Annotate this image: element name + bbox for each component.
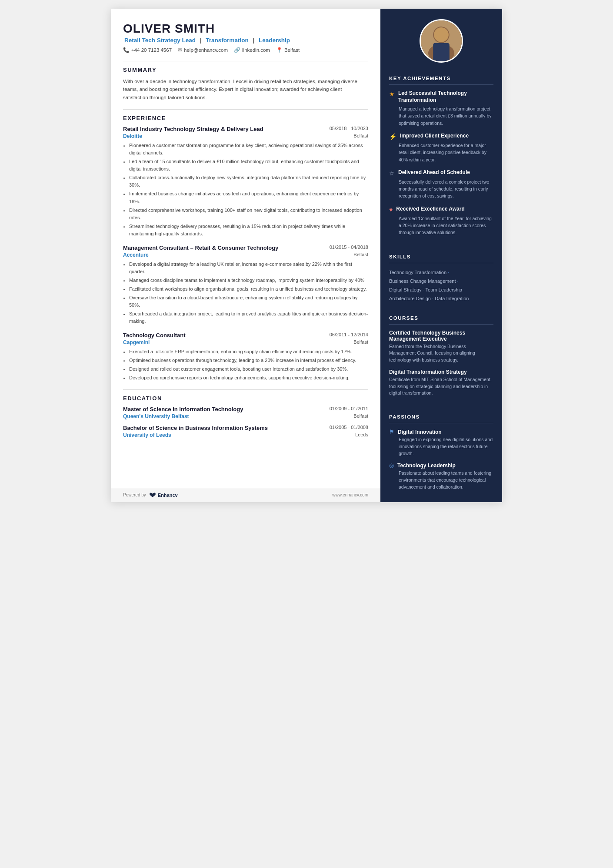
email-icon: ✉ (178, 47, 182, 53)
achievements-divider (389, 84, 493, 85)
exp-date-1: 05/2018 - 10/2023 (330, 126, 368, 131)
bullet: Developed comprehensive reports on techn… (129, 374, 368, 382)
svg-rect-4 (433, 43, 450, 61)
skill-dot-4: · (462, 287, 465, 292)
exp-date-2: 01/2015 - 04/2018 (330, 245, 368, 250)
exp-header-2: Management Consultant – Retail & Consume… (123, 245, 368, 251)
linkedin-icon: 🔗 (234, 47, 240, 53)
skill-dot-1: · (446, 270, 449, 275)
achievement-icon-1: ★ (389, 90, 395, 97)
achievement-icon-4: ♥ (389, 206, 393, 213)
left-column: OLIVER SMITH Retail Tech Strategy Lead |… (111, 9, 380, 502)
contact-row: 📞 +44 20 7123 4567 ✉ help@enhancv.com 🔗 … (123, 47, 368, 53)
course-title-1: Certified Technology Business Management… (389, 330, 493, 342)
passion-item-2: ◎ Technology Leadership Passionate about… (389, 462, 493, 490)
title-separator-2: | (253, 37, 256, 44)
courses-section: COURSES Certified Technology Business Ma… (380, 309, 502, 409)
courses-title: COURSES (389, 315, 493, 321)
course-title-2: Digital Transformation Strategy (389, 369, 493, 375)
exp-title-3: Technology Consultant (123, 332, 330, 338)
edu-school-row-2: University of Leeds Leeds (123, 432, 368, 438)
edu-school-1: Queen's University Belfast (123, 413, 189, 419)
passion-icon-1: ⚑ (389, 429, 394, 435)
bullet: Implemented business change initiatives … (129, 190, 368, 205)
edu-location-2: Leeds (355, 432, 368, 438)
skill-dot-3: · (422, 287, 426, 292)
skills-divider (389, 263, 493, 263)
resume-container: OLIVER SMITH Retail Tech Strategy Lead |… (111, 9, 502, 502)
candidate-name: OLIVER SMITH (123, 22, 368, 36)
exp-title-2: Management Consultant – Retail & Consume… (123, 245, 330, 251)
skill-6: Data Integration (435, 296, 469, 301)
passion-item-1: ⚑ Digital Innovation Engaged in explorin… (389, 429, 493, 457)
brand-name: Enhancv (158, 493, 178, 498)
right-column: KEY ACHIEVEMENTS ★ Led Successful Techno… (380, 9, 502, 502)
heart-logo-icon (149, 493, 157, 498)
skills-list: Technology Transformation · Business Cha… (389, 268, 493, 303)
achievement-header-3: ☆ Delivered Ahead of Schedule (389, 169, 493, 177)
footer-website: www.enhancv.com (332, 493, 368, 497)
bullet: Developed a digital strategy for a leadi… (129, 261, 368, 275)
education-section: EDUCATION Master of Science in Informati… (123, 395, 368, 438)
exp-bullets-3: Executed a full-scale ERP implementation… (123, 348, 368, 382)
passion-text-1: Engaged in exploring new digital solutio… (389, 436, 493, 457)
achievement-item-1: ★ Led Successful Technology Transformati… (389, 90, 493, 127)
exp-header-3: Technology Consultant 06/2011 - 12/2014 (123, 332, 368, 338)
edu-entry-1: Master of Science in Information Technol… (123, 406, 368, 419)
achievement-item-3: ☆ Delivered Ahead of Schedule Successful… (389, 169, 493, 200)
achievement-title-4: Received Excellence Award (396, 206, 464, 213)
achievement-title-2: Improved Client Experience (400, 133, 469, 140)
person-silhouette (421, 19, 462, 63)
phone-icon: 📞 (123, 47, 130, 53)
bullet: Pioneered a customer transformation prog… (129, 142, 368, 157)
exp-entry-1: Retail Industry Technology Strategy & De… (123, 126, 368, 238)
title-part-1: Retail Tech Strategy Lead (124, 37, 196, 44)
header-section: OLIVER SMITH Retail Tech Strategy Lead |… (123, 22, 368, 53)
powered-by-text: Powered by (123, 493, 146, 497)
bullet: Spearheaded a data integration project, … (129, 310, 368, 325)
achievement-header-1: ★ Led Successful Technology Transformati… (389, 90, 493, 104)
title-part-3: Leadership (259, 37, 290, 44)
header-divider (123, 61, 368, 61)
experience-divider (123, 389, 368, 390)
exp-entry-2: Management Consultant – Retail & Consume… (123, 245, 368, 325)
experience-section: EXPERIENCE Retail Industry Technology St… (123, 115, 368, 382)
contact-linkedin: 🔗 linkedin.com (234, 47, 270, 53)
exp-company-2: Accenture (123, 252, 149, 258)
course-item-1: Certified Technology Business Management… (389, 330, 493, 364)
achievement-text-2: Enhanced customer experience for a major… (389, 142, 493, 163)
skill-2: Business Change Management (389, 278, 456, 284)
location-text: Belfast (284, 47, 300, 53)
bullet: Streamlined technology delivery processe… (129, 223, 368, 238)
skills-section: SKILLS Technology Transformation · Busin… (380, 248, 502, 309)
course-text-1: Earned from the Technology Business Mana… (389, 343, 493, 364)
education-title: EDUCATION (123, 395, 368, 402)
edu-degree-1: Master of Science in Information Technol… (123, 406, 330, 412)
bullet: Executed a full-scale ERP implementation… (129, 348, 368, 355)
phone-text: +44 20 7123 4567 (131, 47, 172, 53)
passion-title-1: Digital Innovation (398, 429, 442, 435)
bullet: Directed comprehensive workshops, traini… (129, 207, 368, 221)
edu-header-2: Bachelor of Science in Business Informat… (123, 425, 368, 431)
passion-icon-2: ◎ (389, 462, 394, 469)
passions-section: PASSIONS ⚑ Digital Innovation Engaged in… (380, 408, 502, 502)
courses-divider (389, 324, 493, 325)
exp-header-1: Retail Industry Technology Strategy & De… (123, 126, 368, 132)
bullet: Optimised business operations through te… (129, 357, 368, 364)
exp-location-2: Belfast (353, 252, 368, 258)
left-content: OLIVER SMITH Retail Tech Strategy Lead |… (111, 9, 380, 488)
skills-title: SKILLS (389, 254, 493, 259)
passion-header-2: ◎ Technology Leadership (389, 462, 493, 469)
exp-title-1: Retail Industry Technology Strategy & De… (123, 126, 330, 132)
exp-company-row-2: Accenture Belfast (123, 252, 368, 258)
skill-1: Technology Transformation (389, 270, 446, 275)
achievement-header-4: ♥ Received Excellence Award (389, 206, 493, 213)
achievements-title: KEY ACHIEVEMENTS (389, 76, 493, 81)
svg-point-3 (434, 27, 449, 42)
location-icon: 📍 (276, 47, 283, 53)
edu-degree-2: Bachelor of Science in Business Informat… (123, 425, 330, 431)
achievement-text-1: Managed a technology transformation proj… (389, 105, 493, 127)
exp-company-3: Capgemini (123, 339, 150, 345)
course-text-2: Certificate from MIT Sloan School of Man… (389, 376, 493, 397)
bullet: Managed cross-discipline teams to implem… (129, 277, 368, 284)
